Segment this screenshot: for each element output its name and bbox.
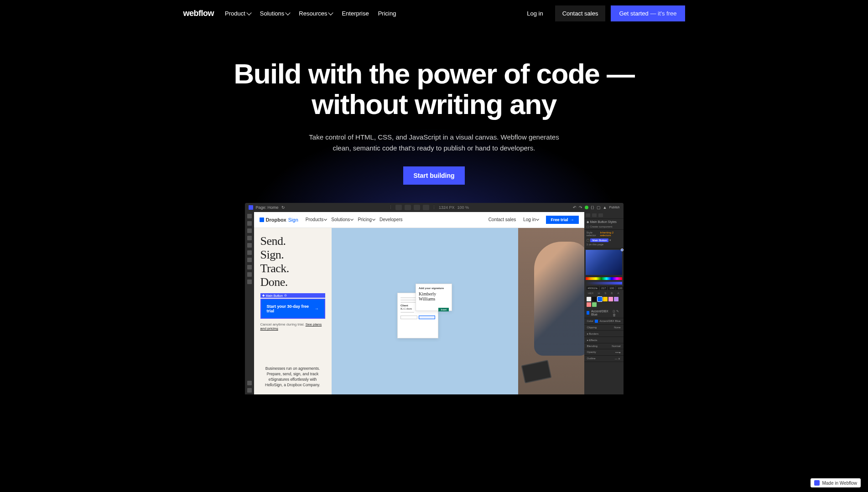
canvas-contact: Contact sales: [489, 217, 516, 222]
designer-topbar: Page: Home ↻ ⋮ ⋮ 1324 PX 100 % ↶ ↷ ⟨⟩ ▢ …: [245, 203, 624, 212]
designer-screenshot: Page: Home ↻ ⋮ ⋮ 1324 PX 100 % ↶ ↷ ⟨⟩ ▢ …: [245, 203, 624, 394]
contact-sales-button[interactable]: Contact sales: [555, 5, 606, 21]
settings-icon: [247, 272, 252, 277]
signature-icon: Kimberly Williams: [419, 291, 449, 301]
swatch: [587, 297, 591, 301]
desktop-icon: [395, 205, 402, 210]
nav-enterprise[interactable]: Enterprise: [342, 10, 369, 17]
swatch: [598, 297, 602, 301]
swatch: [603, 297, 608, 301]
chevron-down-icon: [328, 10, 333, 15]
chevron-down-icon: [286, 10, 291, 15]
swatch: [592, 297, 597, 301]
swatch: [608, 297, 613, 301]
swatch: [587, 302, 591, 307]
canvas-nav-item: Developers: [379, 217, 403, 222]
hue-slider: [586, 277, 622, 280]
mobile-icon: [423, 205, 429, 210]
swatch: [614, 297, 619, 301]
webflow-badge-icon: [814, 480, 820, 486]
cancel-text: Cancel anytime during trial. See plans a…: [260, 322, 325, 331]
dropbox-sign-brand: DropboxSign: [260, 217, 298, 223]
cms-icon: [247, 236, 252, 240]
add-icon: [247, 214, 252, 218]
audit-icon: ▲: [603, 205, 607, 210]
logo[interactable]: webflow: [183, 9, 214, 18]
settings-tab-icon: [592, 213, 597, 217]
canvas-navbar: DropboxSign ProductsSolutionsPricingDeve…: [254, 212, 584, 228]
free-trial-button: Free trial→: [546, 216, 578, 224]
biz-text: Businesses run on agreements. Prepare, s…: [260, 366, 325, 388]
users-icon: [247, 250, 252, 255]
publish-button: Publish: [609, 206, 620, 209]
element-tag: ◆Main Button⊙: [260, 293, 325, 298]
main-nav: webflow ProductSolutionsResourcesEnterpr…: [183, 0, 685, 27]
code-icon: ⟨⟩: [591, 205, 594, 210]
check-icon: [247, 381, 252, 385]
hero-title: Build with the power of code — without w…: [229, 59, 639, 120]
canvas-photo: [518, 228, 584, 394]
signature-card: Add your signature Kimberly Williams Ins…: [416, 284, 452, 311]
swatch: [592, 302, 597, 307]
nav-pricing[interactable]: Pricing: [378, 10, 396, 17]
login-button[interactable]: Log in: [520, 5, 549, 21]
get-started-button[interactable]: Get started — it's free: [611, 5, 685, 21]
canvas-heading: Send.Sign.Track.Done.: [260, 234, 325, 289]
webflow-icon: [249, 205, 253, 210]
tablet-icon: [405, 205, 411, 210]
nav-solutions[interactable]: Solutions: [260, 10, 290, 17]
canvas: DropboxSign ProductsSolutionsPricingDeve…: [254, 212, 584, 394]
page-label: Page: Home: [256, 205, 279, 210]
canvas-login: Log in: [523, 217, 539, 222]
canvas-nav-item: Pricing: [358, 217, 375, 222]
refresh-icon: ↻: [281, 205, 285, 210]
canvas-nav-item: Products: [306, 217, 327, 222]
nav-product[interactable]: Product: [225, 10, 251, 17]
left-rail: [245, 212, 254, 394]
ecommerce-icon: [247, 243, 252, 248]
canvas-main-button: Start your 30-day free trial→: [260, 299, 325, 319]
start-building-button[interactable]: Start building: [403, 166, 464, 185]
audit-rail-icon: [247, 280, 252, 284]
nav-icon: [247, 221, 252, 226]
tablet-icon: [521, 360, 551, 383]
interactions-tab-icon: [598, 213, 603, 217]
hero: Build with the power of code — without w…: [0, 27, 868, 203]
logic-icon: [247, 258, 252, 262]
undo-icon: ↶: [573, 205, 577, 210]
nav-resources[interactable]: Resources: [299, 10, 333, 17]
hero-subtitle: Take control of HTML, CSS, and JavaScrip…: [307, 132, 562, 154]
search-icon: [247, 388, 252, 393]
canvas-nav-item: Solutions: [331, 217, 353, 222]
hex-input: #0061fe: [587, 286, 599, 290]
alpha-slider: [586, 282, 622, 285]
mobile-landscape-icon: [414, 205, 420, 210]
dropbox-icon: [260, 218, 264, 222]
accent-swatch-row: Accent/DBX Blue ⟨⟩ ✎ 🗑: [584, 308, 624, 318]
chevron-down-icon: [246, 10, 251, 15]
color-picker: [586, 250, 622, 275]
style-panel: ◆Main Button Styles ▢ Create component S…: [584, 212, 624, 394]
comment-icon: ▢: [597, 205, 601, 210]
status-dot-icon: [585, 206, 588, 209]
redo-icon: ↷: [579, 205, 582, 210]
pages-icon: [247, 228, 252, 233]
assets-icon: [247, 265, 252, 269]
style-tab-icon: [586, 213, 590, 217]
swatch-row: [584, 295, 624, 308]
made-in-webflow-badge[interactable]: Made in Webflow: [811, 478, 861, 487]
